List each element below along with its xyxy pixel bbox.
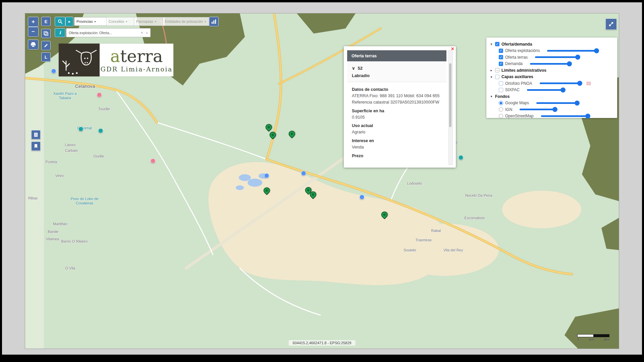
search-run-button[interactable]: ▸ — [65, 17, 73, 26]
map-poi[interactable] — [51, 69, 56, 74]
popup-field-value: 0.9105 — [352, 114, 442, 121]
parish-select[interactable]: Parroquias ▾ — [134, 17, 165, 26]
opacity-slider[interactable] — [520, 109, 555, 110]
map-poi[interactable] — [301, 171, 306, 176]
opacity-slider[interactable] — [527, 89, 563, 91]
active-query-combo[interactable]: Oferta explotación: Oferta... × ∨ — [66, 28, 151, 37]
opacity-slider[interactable] — [540, 82, 580, 84]
map-place-label: Rabal — [431, 229, 441, 233]
popup-title: Oferta terras — [347, 50, 446, 61]
expand-arrow-icon[interactable]: ▾ — [490, 95, 493, 98]
map-poi[interactable] — [459, 155, 464, 160]
layer-row: ✓Oferta explotacións — [490, 48, 614, 54]
layer-row: Ortofoto PNOA — [490, 80, 614, 87]
map-place-label: Ourille — [94, 154, 104, 159]
layers-icon — [44, 31, 48, 36]
popup-scrollbar-thumb[interactable] — [449, 63, 451, 127]
feature-id: 52 — [358, 66, 363, 71]
map-place-label: Martiñán — [53, 222, 67, 226]
print-button[interactable] — [28, 40, 39, 50]
popup-scrollbar[interactable] — [448, 50, 453, 165]
map-pin-green[interactable] — [264, 123, 273, 132]
map-pin-green[interactable] — [262, 186, 271, 195]
chevron-down-icon: ▾ — [126, 20, 127, 23]
map-place-label: Vilamea — [46, 237, 59, 241]
info-button[interactable]: i — [55, 28, 65, 37]
bookmark-button[interactable] — [31, 141, 41, 151]
opacity-slider[interactable] — [536, 102, 577, 104]
feature-id-row[interactable]: ∨ 52 — [352, 66, 442, 71]
map-poi[interactable] — [150, 159, 155, 164]
aterra-logo: aterra GDR Limia-Arnoia — [59, 44, 173, 76]
map-place-label: Veiro — [55, 174, 64, 178]
export-button[interactable]: E — [41, 17, 51, 26]
layer-row: ✓Demanda — [490, 61, 614, 67]
layer-group-label: Oferta/demanda — [501, 42, 532, 47]
clear-icon[interactable]: × — [141, 31, 143, 35]
draw-button[interactable] — [41, 41, 51, 50]
chevron-down-icon: ∨ — [352, 66, 355, 71]
layer-label: Ortofoto PNOA — [505, 81, 532, 86]
layer-radio[interactable] — [499, 107, 503, 112]
layer-checkbox[interactable] — [499, 88, 503, 92]
map-poi[interactable] — [359, 195, 364, 200]
map-place-label: Barrio O Ribeiro — [61, 239, 88, 244]
statistics-button[interactable] — [209, 17, 219, 26]
document-button[interactable] — [31, 130, 41, 139]
map-place-label: Celanova — [75, 84, 95, 89]
map-place-label: Lodoselo — [407, 181, 422, 186]
map-pin-green[interactable] — [380, 210, 389, 219]
fullscreen-button[interactable] — [605, 18, 617, 30]
legend-chip[interactable] — [587, 82, 591, 85]
legend-button[interactable]: L — [41, 52, 51, 62]
chevron-down-icon: ▾ — [205, 20, 206, 23]
opacity-slider[interactable] — [547, 50, 597, 52]
layer-row: Google Maps — [490, 100, 614, 107]
layer-label: Oferta explotacións — [505, 48, 540, 53]
chevron-down-icon: ▾ — [155, 20, 156, 23]
layer-group-checkbox[interactable]: – — [495, 68, 499, 72]
expand-arrow-icon[interactable]: ▸ — [490, 68, 493, 72]
fullscreen-icon — [608, 21, 614, 27]
layer-checkbox[interactable]: ✓ — [499, 62, 503, 66]
layer-tree: ▾✓Oferta/demanda✓Oferta explotacións✓Ofe… — [490, 41, 614, 119]
map-poi[interactable] — [78, 127, 84, 132]
desktop-background: Vilanova dos InfantesCelanovaXardín Pazo… — [2, 2, 642, 355]
opacity-slider[interactable] — [530, 63, 570, 65]
map-pin-green[interactable] — [268, 130, 277, 139]
map-pin-green[interactable] — [287, 129, 296, 138]
municipality-select-value: Concellos — [109, 19, 124, 23]
chevron-down-icon: ∨ — [146, 31, 148, 35]
expand-arrow-icon[interactable]: ▾ — [490, 42, 493, 46]
settlement-select[interactable]: Entidades de poboación ▾ — [163, 17, 210, 26]
map-poi[interactable] — [264, 173, 269, 178]
search-button[interactable] — [55, 17, 65, 26]
close-icon[interactable]: × — [451, 46, 454, 52]
opacity-slider[interactable] — [541, 115, 588, 117]
map-place-label: Nocelo Da Pena — [465, 193, 492, 198]
layer-tree-panel: ▾✓Oferta/demanda✓Oferta explotacións✓Ofe… — [486, 38, 617, 118]
zoom-in-button[interactable]: + — [28, 17, 39, 27]
popup-field-label: Datos de contacto — [352, 87, 442, 92]
expand-arrow-icon[interactable]: ▾ — [490, 75, 493, 79]
province-select[interactable]: Provincias ▾ — [74, 17, 108, 26]
province-select-value: Provincias — [76, 19, 93, 23]
layers-button[interactable] — [41, 29, 51, 38]
layer-radio[interactable] — [499, 114, 503, 118]
layer-radio[interactable] — [499, 101, 503, 105]
layer-group-checkbox[interactable] — [495, 75, 499, 79]
layer-group-checkbox[interactable]: ✓ — [495, 42, 499, 46]
layer-checkbox[interactable]: ✓ — [499, 49, 503, 53]
bar-chart-icon — [212, 19, 216, 24]
map-poi[interactable] — [97, 93, 102, 98]
opacity-slider[interactable] — [535, 56, 578, 58]
map-poi[interactable] — [98, 128, 103, 133]
municipality-select[interactable]: Concellos ▾ — [106, 17, 136, 26]
layer-checkbox[interactable] — [499, 81, 503, 85]
scale-label: 2km — [603, 338, 609, 341]
layer-label: SIXPAC — [505, 87, 520, 92]
layer-checkbox[interactable]: ✓ — [499, 55, 503, 59]
parish-select-value: Parroquias — [136, 19, 153, 23]
popup-field-value: ATERRA Fixo: 988 391 110 Móbil: 634 094 … — [352, 93, 442, 106]
zoom-out-button[interactable]: − — [28, 27, 39, 37]
